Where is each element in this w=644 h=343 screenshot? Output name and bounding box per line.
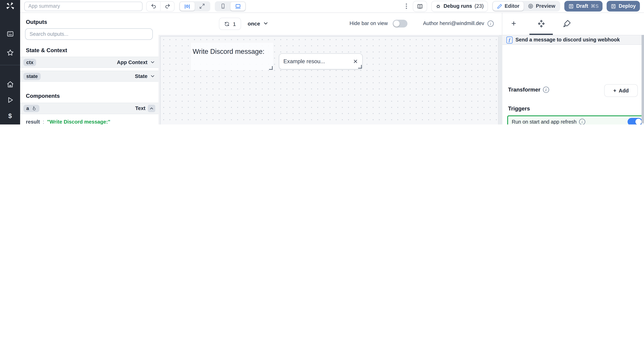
interval-value: once	[248, 20, 260, 26]
save-icon	[611, 4, 616, 9]
variables-dollar-icon[interactable]: $	[8, 112, 12, 120]
runnable-title: Send a message to discord using webhook	[516, 37, 620, 43]
paintbrush-icon	[562, 19, 571, 28]
device-toggle	[215, 1, 246, 11]
redo-button[interactable]	[160, 2, 174, 11]
fullscreen-button[interactable]	[195, 2, 210, 10]
hand-pointer-icon	[32, 106, 36, 111]
interval-dropdown[interactable]: once	[248, 18, 269, 29]
canvas-toolbar: 1 once Hide bar on view Author henri@win…	[158, 12, 502, 35]
draft-label: Draft	[576, 3, 588, 9]
canvas-grid[interactable]: Write Discord message: Example resou... …	[160, 36, 498, 124]
runs-play-icon[interactable]	[6, 96, 14, 104]
windmill-app-editor: $ |0| Debug runs (	[0, 0, 644, 124]
debug-runs-label: Debug runs	[444, 3, 472, 9]
desktop-icon	[235, 3, 241, 9]
diamonds-icon	[537, 19, 546, 28]
home-icon[interactable]	[6, 80, 14, 88]
canvas-layout-toggle: |0|	[179, 1, 210, 11]
draft-button[interactable]: Draft ⌘S	[564, 1, 602, 12]
active-tab-underline	[529, 34, 553, 35]
more-menu-button[interactable]	[404, 4, 408, 9]
tab-preview[interactable]: Preview	[524, 2, 559, 11]
refresh-icon	[224, 21, 230, 26]
tab-editor[interactable]: Editor	[493, 2, 524, 11]
state-row[interactable]: state State	[20, 71, 158, 82]
resize-handle[interactable]	[269, 66, 273, 70]
resource-select-value: Example resou...	[284, 58, 325, 64]
center-align-icon: |0|	[184, 4, 190, 9]
run-on-start-info-icon[interactable]: i	[579, 119, 585, 124]
panel-scrollbar[interactable]	[642, 35, 644, 124]
hide-bar-toggle[interactable]	[393, 20, 408, 28]
tab-insert-plus[interactable]: +	[511, 19, 516, 28]
preview-label: Preview	[536, 3, 555, 9]
left-nav-rail: $	[0, 0, 20, 124]
component-a-id: a	[26, 106, 29, 111]
pencil-icon	[497, 4, 502, 9]
tab-theme-brush[interactable]	[562, 19, 571, 28]
save-icon	[568, 4, 574, 9]
docs-book-button[interactable]	[413, 0, 427, 12]
history-buttons	[146, 1, 174, 11]
runnable-header: f Send a message to discord using webhoo…	[502, 35, 644, 45]
favorites-star-icon[interactable]	[6, 49, 14, 57]
settings-tabs: +	[502, 12, 644, 35]
debug-runs-button[interactable]: Debug runs (23)	[431, 0, 488, 12]
deploy-label: Deploy	[619, 3, 636, 9]
desktop-view-button[interactable]	[230, 2, 245, 10]
bug-icon	[435, 3, 441, 9]
author-info-icon[interactable]: i	[488, 20, 494, 27]
resize-handle[interactable]	[358, 65, 362, 68]
windmill-logo-icon[interactable]	[5, 2, 15, 11]
editor-preview-toggle: Editor Preview	[492, 1, 560, 12]
resource-select-component[interactable]: Example resou...	[279, 53, 363, 69]
add-transformer-button[interactable]: + Add	[604, 84, 638, 97]
center-align-button[interactable]: |0|	[180, 2, 195, 10]
draft-shortcut: ⌘S	[591, 3, 598, 9]
author-label: Author henri@windmill.dev	[423, 20, 484, 26]
state-type: State	[135, 73, 148, 79]
search-outputs-input[interactable]	[25, 28, 153, 40]
state-badge: state	[24, 72, 41, 80]
debug-runs-count: (23)	[474, 3, 484, 9]
state-context-title: State & Context	[26, 47, 153, 53]
ctx-badge: ctx	[24, 58, 36, 66]
a-result-prop: result:"Write Discord message:"	[20, 117, 158, 124]
tab-components-diamonds[interactable]	[537, 19, 546, 28]
components-title: Components	[26, 93, 153, 99]
mobile-icon	[220, 3, 226, 9]
transformer-info-icon[interactable]: i	[543, 86, 549, 93]
refresh-count: 1	[233, 21, 236, 27]
canvas-scrollbar[interactable]	[499, 35, 502, 124]
clear-resource-icon[interactable]	[353, 59, 358, 64]
rail-divider	[0, 65, 20, 65]
maximize-icon	[199, 3, 205, 9]
refresh-count-box[interactable]: 1	[219, 18, 241, 30]
component-a-row[interactable]: a Text	[20, 103, 158, 114]
top-toolbar: |0| Debug runs (23) Editor Pre	[20, 0, 644, 13]
undo-button[interactable]	[147, 2, 160, 11]
book-icon	[417, 3, 423, 9]
ctx-type: App Context	[117, 59, 148, 65]
transformer-label: Transformeri	[508, 86, 549, 93]
run-on-start-toggle[interactable]	[628, 118, 642, 124]
editor-label: Editor	[504, 3, 519, 9]
canvas-section: 1 once Hide bar on view Author henri@win…	[158, 12, 502, 124]
triggers-title: Triggers	[508, 106, 530, 112]
collapse-a-button[interactable]	[148, 105, 155, 112]
run-on-start-row: Run on start and app refresh i	[507, 116, 644, 124]
chevron-down-icon	[150, 60, 155, 65]
preview-eye-icon	[528, 3, 534, 9]
outputs-title: Outputs	[26, 19, 153, 25]
app-canvas: Write Discord message: Example resou... …	[158, 35, 502, 124]
hide-bar-label: Hide bar on view	[350, 20, 388, 26]
ctx-row[interactable]: ctx App Context	[20, 57, 158, 68]
mobile-view-button[interactable]	[216, 2, 230, 10]
a-result-value: "Write Discord message:"	[47, 119, 110, 124]
text-component-cell[interactable]: Write Discord message:	[191, 43, 273, 70]
apps-icon[interactable]	[6, 30, 14, 38]
deploy-button[interactable]: Deploy	[607, 1, 640, 12]
app-summary-input[interactable]	[24, 2, 142, 11]
settings-body: Transformeri + Add Triggers Run on start…	[502, 45, 644, 124]
